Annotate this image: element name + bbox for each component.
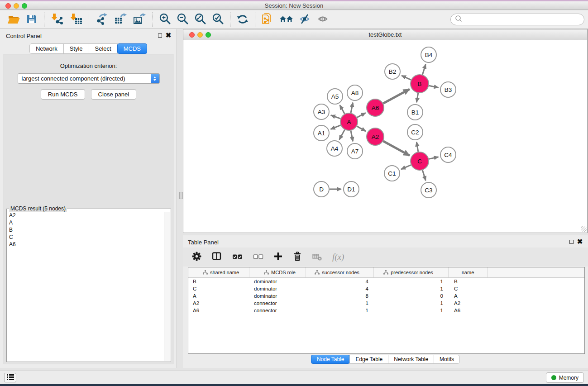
cell-name[interactable]: B	[449, 278, 488, 285]
graph-node-D[interactable]: D	[314, 181, 329, 197]
graph-edge-A-A4[interactable]	[339, 130, 345, 140]
table-float-button[interactable]	[568, 238, 574, 245]
graph-node-A3[interactable]: A3	[314, 104, 329, 119]
graph-edge-C-C3[interactable]	[422, 170, 425, 181]
tab-mcds[interactable]: MCDS	[117, 43, 147, 54]
graph-edge-C-C4[interactable]	[429, 157, 439, 159]
deselect-all-button[interactable]	[253, 252, 263, 262]
split-pane-divider[interactable]	[179, 192, 183, 199]
result-item[interactable]: A6	[7, 241, 170, 248]
graph-node-A8[interactable]: A8	[347, 85, 363, 100]
result-scrollbar[interactable]	[164, 212, 170, 361]
run-mcds-button[interactable]: Run MCDS	[41, 89, 85, 100]
hide-graphics-details-button[interactable]	[296, 12, 315, 27]
function-builder-button[interactable]: f(x)	[332, 252, 344, 262]
cell-successor-nodes[interactable]: 4	[306, 278, 374, 285]
graph-node-B[interactable]: B	[411, 75, 429, 93]
graph-node-D1[interactable]: D1	[344, 181, 359, 197]
graph-edge-B-B1[interactable]	[416, 93, 418, 103]
delete-column-button[interactable]	[293, 252, 302, 262]
cell-successor-nodes[interactable]: 1	[306, 300, 374, 307]
graph-node-B4[interactable]: B4	[421, 47, 436, 62]
cell-shared-name[interactable]: A	[188, 292, 249, 300]
graph-edge-C-C1[interactable]	[401, 165, 411, 170]
graph-node-B2[interactable]: B2	[385, 64, 400, 79]
mcds-result-list[interactable]: A2 A B C A6	[7, 212, 170, 361]
graph-node-B3[interactable]: B3	[440, 82, 456, 97]
zoom-out-button[interactable]	[174, 12, 191, 27]
graph-node-C3[interactable]: C3	[421, 182, 436, 198]
result-item[interactable]: A	[7, 219, 170, 226]
table-row[interactable]: B dominator 4 1 B	[188, 278, 584, 285]
graph-edge-A2-C[interactable]	[383, 141, 410, 156]
cell-name[interactable]: A2	[449, 300, 488, 307]
graph-node-C2[interactable]: C2	[407, 124, 423, 140]
export-image-button[interactable]	[130, 12, 149, 27]
show-columns-button[interactable]	[212, 252, 222, 262]
cell-mcds-role[interactable]: dominator	[249, 285, 306, 292]
tab-node-table[interactable]: Node Table	[311, 355, 350, 364]
close-panel-action-button[interactable]: Close panel	[91, 89, 137, 100]
criterion-dropdown[interactable]: largest connected component (directed)	[18, 73, 160, 84]
network-canvas[interactable]: AA1A2A3A4A5A6A7A8BB1B2B3B4CC1C2C3C4DD1	[183, 40, 587, 233]
graph-edge-B-B4[interactable]	[422, 64, 425, 75]
cell-predecessor-nodes[interactable]: 0	[374, 292, 449, 300]
cell-predecessor-nodes[interactable]: 1	[374, 307, 449, 314]
cell-shared-name[interactable]: B	[188, 278, 249, 285]
cell-name[interactable]: A6	[449, 307, 488, 314]
graph-node-C4[interactable]: C4	[440, 147, 456, 162]
graph-node-B1[interactable]: B1	[407, 105, 423, 120]
graph-edge-A-A6[interactable]	[357, 113, 366, 117]
graph-node-A7[interactable]: A7	[347, 143, 363, 159]
select-all-button[interactable]	[232, 252, 243, 262]
result-item[interactable]: C	[7, 234, 170, 241]
cell-shared-name[interactable]: A6	[188, 307, 249, 314]
tab-network[interactable]: Network	[29, 43, 64, 54]
export-table-button[interactable]	[111, 12, 130, 27]
graph-edge-C-C2[interactable]	[416, 142, 418, 152]
close-panel-button[interactable]: ✖	[165, 32, 172, 38]
graph-node-A4[interactable]: A4	[327, 141, 342, 156]
zoom-selected-button[interactable]	[209, 12, 227, 27]
save-session-button[interactable]	[23, 12, 41, 27]
table-row[interactable]: A6 connector 1 1 A6	[188, 307, 584, 314]
cell-mcds-role[interactable]: connector	[249, 307, 306, 314]
cell-mcds-role[interactable]: connector	[249, 300, 306, 307]
search-input[interactable]	[463, 15, 584, 24]
export-network-button[interactable]	[92, 12, 111, 27]
new-network-from-file-button[interactable]	[258, 12, 277, 28]
graph-edge-B-B2[interactable]	[402, 76, 411, 80]
show-graphics-details-button[interactable]	[315, 12, 333, 27]
cell-shared-name[interactable]: A2	[188, 300, 249, 307]
cell-mcds-role[interactable]: dominator	[249, 278, 306, 285]
graph-edge-A-A1[interactable]	[330, 125, 340, 129]
search-box[interactable]	[450, 14, 584, 25]
open-file-button[interactable]	[5, 12, 23, 27]
table-row[interactable]: C dominator 4 1 C	[188, 285, 584, 292]
tab-edge-table[interactable]: Edge Table	[349, 355, 388, 364]
graph-node-A1[interactable]: A1	[314, 125, 329, 141]
show-panels-button[interactable]	[4, 373, 16, 382]
home-networks-button[interactable]	[277, 12, 296, 27]
tab-select[interactable]: Select	[89, 43, 118, 54]
cell-shared-name[interactable]: C	[188, 285, 249, 292]
graph-edge-A-A5[interactable]	[340, 105, 345, 114]
table-row[interactable]: A dominator 8 0 A	[188, 292, 584, 300]
cell-mcds-role[interactable]: dominator	[249, 292, 306, 300]
delete-table-button[interactable]	[312, 252, 322, 262]
network-window-title-bar[interactable]: testGlobe.txt	[183, 29, 587, 40]
cell-successor-nodes[interactable]: 8	[306, 292, 374, 300]
table-settings-button[interactable]	[192, 252, 201, 262]
column-header-mcds-role[interactable]: MCDS role	[249, 267, 306, 277]
import-network-button[interactable]	[48, 12, 67, 27]
column-header-successor-nodes[interactable]: successor nodes	[306, 267, 374, 277]
cell-successor-nodes[interactable]: 1	[306, 307, 374, 314]
graph-edge-A-A7[interactable]	[351, 131, 353, 142]
create-column-button[interactable]	[274, 252, 282, 262]
import-table-button[interactable]	[67, 12, 86, 27]
cell-name[interactable]: C	[449, 285, 488, 292]
graph-edge-A6-B[interactable]	[383, 89, 410, 104]
graph-node-A5[interactable]: A5	[327, 89, 343, 104]
tab-style[interactable]: Style	[63, 43, 89, 54]
graph-edge-A-A3[interactable]	[331, 115, 341, 119]
